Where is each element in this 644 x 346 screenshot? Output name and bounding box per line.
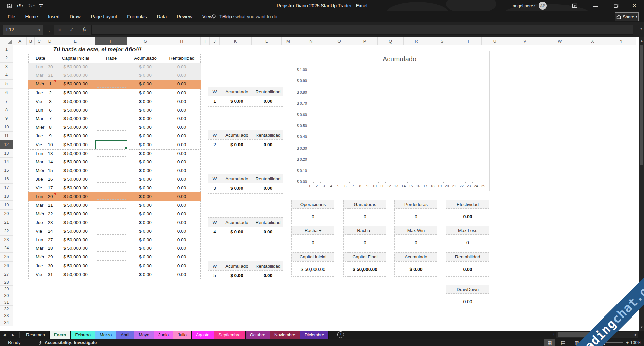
cell-capital-inicial[interactable]: $ 50,000.00 xyxy=(56,218,95,227)
ribbon-tab-draw[interactable]: Draw xyxy=(65,11,86,22)
table-row[interactable]: Vie17$ 50,000.00$ 0.000.00 xyxy=(28,184,201,192)
drag-dots-icon[interactable]: ⋮ xyxy=(47,27,52,32)
cell-acumulado[interactable]: $ 0.00 xyxy=(127,262,163,270)
cell-acumulado[interactable]: $ 0.00 xyxy=(127,184,163,192)
sheet-tab-agosto[interactable]: Agosto xyxy=(192,331,214,339)
trade-cell-underline[interactable] xyxy=(97,260,126,261)
trade-cell-underline[interactable] xyxy=(97,234,126,235)
undo-icon[interactable]: ↺▾ xyxy=(17,3,23,9)
cell-capital-inicial[interactable]: $ 50,000.00 xyxy=(56,166,95,175)
trade-cell-underline[interactable] xyxy=(97,174,126,174)
sheet-tab-julio[interactable]: Julio xyxy=(173,331,192,339)
cell-daynum[interactable]: 28 xyxy=(44,244,56,253)
cell-rentabilidad[interactable]: 0.00 xyxy=(163,166,201,175)
cell-daynum[interactable]: 3 xyxy=(44,97,56,106)
cell-daynum[interactable]: 29 xyxy=(44,253,56,262)
tab-splitter-handle[interactable]: ⋮ xyxy=(552,332,556,337)
trade-cell-underline[interactable] xyxy=(97,191,126,191)
cell-rentabilidad[interactable]: 0.00 xyxy=(163,97,201,106)
cell-capital-inicial[interactable]: $ 50,000.00 xyxy=(56,192,95,201)
cell-daynum[interactable]: 16 xyxy=(44,175,56,184)
ribbon-tab-file[interactable]: File xyxy=(3,11,20,22)
cell-daynum[interactable]: 23 xyxy=(44,218,56,227)
cell-capital-inicial[interactable]: $ 50,000.00 xyxy=(56,123,95,132)
cell-daynum[interactable]: 7 xyxy=(44,114,56,123)
table-row[interactable]: Jue16$ 50,000.00$ 0.000.00 xyxy=(28,175,201,184)
scroll-up-icon[interactable]: ▲ xyxy=(639,38,644,43)
cell-daynum[interactable]: 10 xyxy=(44,140,56,149)
ribbon-tab-page-layout[interactable]: Page Layout xyxy=(86,11,122,22)
scroll-down-icon[interactable]: ▼ xyxy=(639,325,644,330)
ribbon-tab-insert[interactable]: Insert xyxy=(43,11,65,22)
cell-day[interactable]: Vie xyxy=(36,184,42,192)
ribbon-tab-home[interactable]: Home xyxy=(20,11,43,22)
trade-cell-underline[interactable] xyxy=(97,199,126,200)
table-row[interactable]: Mar28$ 50,000.00$ 0.000.00 xyxy=(28,244,201,253)
share-button[interactable]: Share ▾ xyxy=(615,12,639,21)
vertical-scroll-thumb[interactable] xyxy=(640,45,643,165)
expand-formula-bar-icon[interactable]: ▾ xyxy=(640,27,642,31)
cell-rentabilidad[interactable]: 0.00 xyxy=(163,123,201,132)
cell-rentabilidad[interactable]: 0.00 xyxy=(163,201,201,210)
table-row[interactable]: Lun30$ 50,000.00$ 0.000.00 xyxy=(28,63,201,71)
minimize-button[interactable]: — xyxy=(588,0,603,11)
cell-day[interactable]: Mar xyxy=(36,114,43,123)
table-row[interactable]: Lun27$ 50,000.00$ 0.000.00 xyxy=(28,236,201,244)
sheet-tab-septiembre[interactable]: Septiembre xyxy=(214,331,245,339)
cell-daynum[interactable]: 21 xyxy=(44,201,56,210)
cell-capital-inicial[interactable]: $ 50,000.00 xyxy=(56,227,95,236)
cell-capital-inicial[interactable]: $ 50,000.00 xyxy=(56,71,95,80)
prev-sheet-icon[interactable]: ◀ xyxy=(0,331,9,339)
cell-rentabilidad[interactable]: 0.00 xyxy=(163,192,201,201)
table-row[interactable]: Lun6$ 50,000.00$ 0.000.00 xyxy=(28,106,201,115)
trade-cell-underline[interactable] xyxy=(97,208,126,209)
cell-acumulado[interactable]: $ 0.00 xyxy=(127,63,163,71)
cell-acumulado[interactable]: $ 0.00 xyxy=(127,158,163,166)
trade-cell-underline[interactable] xyxy=(97,269,126,269)
trade-cell-underline[interactable] xyxy=(97,96,126,96)
cell-day[interactable]: Jue xyxy=(36,132,43,140)
cell-day[interactable]: Mar xyxy=(36,244,43,253)
cell-rentabilidad[interactable]: 0.00 xyxy=(163,80,201,89)
cell-rentabilidad[interactable]: 0.00 xyxy=(163,236,201,244)
trade-cell-underline[interactable] xyxy=(97,87,126,88)
enter-check-icon[interactable]: ✓ xyxy=(70,27,74,32)
cell-rentabilidad[interactable]: 0.00 xyxy=(163,253,201,262)
cell-daynum[interactable]: 13 xyxy=(44,149,56,158)
customize-quick-access-icon[interactable]: ▾ xyxy=(39,4,43,7)
scroll-right-icon[interactable]: ▶ xyxy=(635,333,637,336)
cell-acumulado[interactable]: $ 0.00 xyxy=(127,201,163,210)
sheet-tab-abril[interactable]: Abril xyxy=(116,331,134,339)
cell-capital-inicial[interactable]: $ 50,000.00 xyxy=(56,140,95,149)
cell-daynum[interactable]: 31 xyxy=(44,71,56,80)
cell-daynum[interactable]: 24 xyxy=(44,227,56,236)
cell-acumulado[interactable]: $ 0.00 xyxy=(127,97,163,106)
tell-me-box[interactable]: Tell me what you want to do xyxy=(211,11,277,22)
cell-day[interactable]: Lun xyxy=(36,236,43,244)
table-row[interactable]: Miér29$ 50,000.00$ 0.000.00 xyxy=(28,253,201,262)
cell-rentabilidad[interactable]: 0.00 xyxy=(163,158,201,166)
table-row[interactable]: Lun20$ 50,000.00$ 0.000.00 xyxy=(28,192,201,201)
cell-capital-inicial[interactable]: $ 50,000.00 xyxy=(56,253,95,262)
avatar[interactable]: AP xyxy=(539,2,547,10)
cell-rentabilidad[interactable]: 0.00 xyxy=(163,71,201,80)
cell-acumulado[interactable]: $ 0.00 xyxy=(127,227,163,236)
sheet-tab-enero[interactable]: Enero xyxy=(50,331,71,339)
table-row[interactable]: Vie3$ 50,000.00$ 0.000.00 xyxy=(28,97,201,106)
cell-day[interactable]: Jue xyxy=(36,262,43,270)
table-row[interactable]: Vie31$ 50,000.00$ 0.000.00 xyxy=(28,270,201,279)
chevron-down-icon[interactable]: ▾ xyxy=(38,28,40,32)
cell-acumulado[interactable]: $ 0.00 xyxy=(127,140,163,149)
trade-cell-underline[interactable] xyxy=(97,122,126,122)
restore-button[interactable] xyxy=(608,0,624,11)
cell-acumulado[interactable]: $ 0.00 xyxy=(127,192,163,201)
table-row[interactable]: Miér1$ 50,000.00$ 0.000.00 xyxy=(28,80,201,89)
table-row[interactable]: Jue23$ 50,000.00$ 0.000.00 xyxy=(28,218,201,227)
cell-acumulado[interactable]: $ 0.00 xyxy=(127,89,163,97)
cell-acumulado[interactable]: $ 0.00 xyxy=(127,236,163,244)
cell-acumulado[interactable]: $ 0.00 xyxy=(127,80,163,89)
table-row[interactable]: Miér15$ 50,000.00$ 0.000.00 xyxy=(28,166,201,175)
cell-acumulado[interactable]: $ 0.00 xyxy=(127,149,163,158)
cell-acumulado[interactable]: $ 0.00 xyxy=(127,106,163,115)
select-all-corner[interactable] xyxy=(0,37,13,45)
